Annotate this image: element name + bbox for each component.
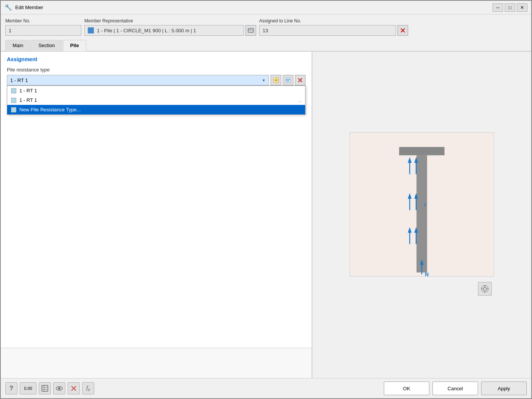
line-no-label: Assigned to Line No. bbox=[259, 18, 408, 24]
svg-rect-1 bbox=[249, 29, 251, 31]
svg-marker-27 bbox=[408, 227, 412, 233]
svg-point-44 bbox=[58, 387, 60, 390]
apply-button[interactable]: Apply bbox=[481, 382, 527, 395]
maximize-button[interactable]: □ bbox=[505, 3, 515, 12]
pile-visualization: v N bbox=[350, 132, 494, 277]
dropdown-item-new[interactable]: New Pile Resistance Type... bbox=[7, 105, 305, 114]
window-icon: 🔧 bbox=[5, 4, 12, 11]
svg-rect-16 bbox=[416, 155, 427, 272]
item-icon-new bbox=[11, 107, 16, 112]
tab-section[interactable]: Section bbox=[31, 40, 62, 51]
table-button[interactable] bbox=[39, 382, 51, 394]
pile-resistance-label: Pile resistance type bbox=[1, 65, 312, 75]
dropdown-item-0[interactable]: 1 - RT 1 bbox=[7, 86, 305, 95]
dropdown-item-1[interactable]: 1 - RT 1 ... bbox=[7, 95, 305, 105]
dropdown-popup: 1 - RT 1 1 - RT 1 ... New Pile Resistanc… bbox=[7, 86, 306, 115]
assignment-title: Assignment bbox=[1, 52, 312, 65]
item-icon-0 bbox=[11, 88, 16, 93]
view-button[interactable] bbox=[53, 382, 65, 394]
member-no-input[interactable] bbox=[5, 25, 81, 36]
svg-marker-18 bbox=[408, 157, 412, 163]
item-icon-1 bbox=[11, 98, 16, 103]
viz-settings-button[interactable] bbox=[478, 282, 492, 296]
line-no-input[interactable] bbox=[259, 25, 396, 36]
edit-resistance-button[interactable] bbox=[283, 75, 293, 86]
new-resistance-button[interactable] bbox=[271, 75, 281, 86]
svg-marker-9 bbox=[278, 78, 279, 83]
svg-rect-10 bbox=[285, 78, 291, 83]
help-button[interactable]: ? bbox=[5, 382, 17, 394]
svg-point-33 bbox=[483, 287, 486, 290]
tab-pile[interactable]: Pile bbox=[63, 40, 86, 51]
dropdown-chevron-icon: ▼ bbox=[262, 78, 266, 82]
item-dots: ... bbox=[298, 98, 301, 103]
svg-rect-12 bbox=[286, 81, 289, 81]
minimize-button[interactable]: ─ bbox=[492, 3, 503, 12]
svg-rect-15 bbox=[399, 147, 444, 155]
line-no-clear-button[interactable] bbox=[397, 25, 408, 36]
svg-rect-11 bbox=[286, 79, 290, 80]
pile-resistance-dropdown[interactable]: 1 - RT 1 ▼ bbox=[7, 75, 269, 86]
svg-text:N: N bbox=[425, 271, 429, 276]
member-rep-label: Member Representative bbox=[84, 18, 256, 24]
close-button[interactable]: ✕ bbox=[517, 3, 527, 12]
member-rep-browse-button[interactable] bbox=[245, 25, 256, 36]
svg-text:v: v bbox=[424, 201, 427, 207]
ok-button[interactable]: OK bbox=[384, 382, 429, 395]
clear-button[interactable] bbox=[68, 382, 80, 394]
cancel-button[interactable]: Cancel bbox=[432, 382, 478, 395]
number-format-button[interactable]: 0.00 bbox=[20, 382, 36, 394]
svg-rect-39 bbox=[42, 385, 48, 391]
formula-button[interactable]: fx bbox=[82, 382, 94, 394]
delete-resistance-button[interactable] bbox=[295, 75, 306, 86]
member-no-label: Member No. bbox=[5, 18, 81, 24]
member-rep-input: 1 - Pile | 1 - CIRCLE_M1 900 | L : 5.000… bbox=[84, 25, 244, 36]
window-title: Edit Member bbox=[15, 5, 492, 10]
tab-main[interactable]: Main bbox=[5, 40, 30, 51]
svg-marker-22 bbox=[408, 193, 412, 199]
